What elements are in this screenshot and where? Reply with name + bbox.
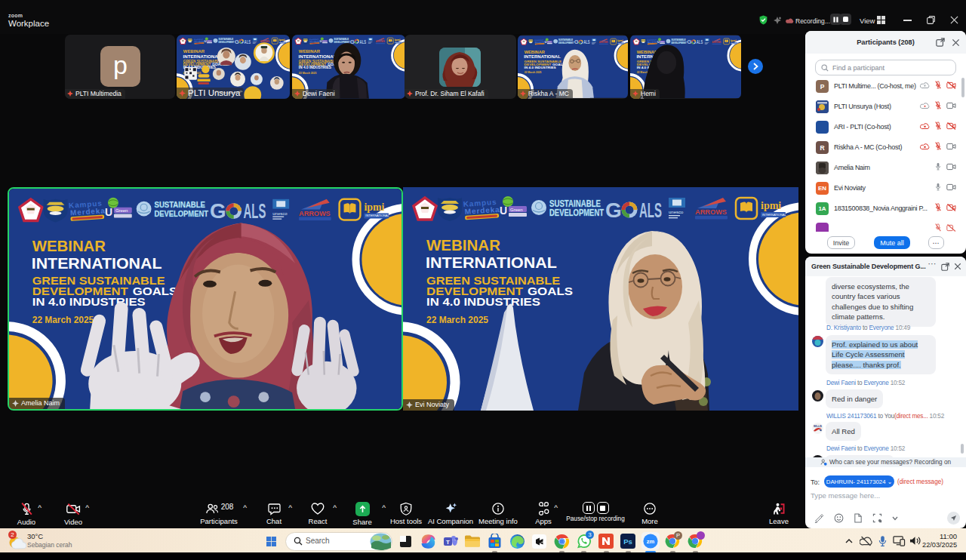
svg-text:zm: zm — [647, 538, 655, 545]
svg-text:T: T — [446, 539, 450, 546]
svg-text:WILLIS: WILLIS — [814, 425, 822, 428]
svg-text:Ps: Ps — [623, 537, 632, 546]
